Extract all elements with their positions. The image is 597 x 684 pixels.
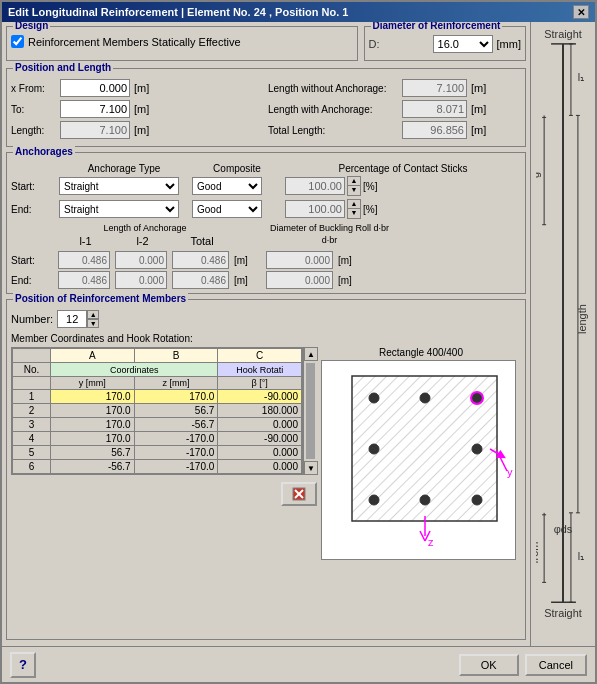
start-type-select[interactable]: Straight Hook Loop (59, 177, 179, 195)
number-up-btn[interactable]: ▲ (87, 310, 99, 319)
help-button[interactable]: ? (10, 652, 36, 678)
svg-point-13 (472, 495, 482, 505)
table-row[interactable]: 5 56.7 -170.0 0.000 (13, 446, 302, 460)
table-row[interactable]: 1 170.0 170.0 -90.000 (13, 390, 302, 404)
end-type-select[interactable]: Straight Hook Loop (59, 200, 179, 218)
col-c-header: C (218, 349, 302, 363)
right-panel: Straight l₁ g (530, 22, 595, 646)
start-contact-down[interactable]: ▼ (348, 186, 360, 195)
end-contact-input (285, 200, 345, 218)
end-contact-spinner[interactable]: ▲ ▼ (347, 199, 361, 219)
buckling-header: Diameter of Buckling Roll d·br (266, 223, 393, 233)
position-length-title: Position and Length (13, 62, 113, 73)
members-content: A B C No. Coordinates Hook Rotati (11, 347, 521, 560)
table-row[interactable]: 2 170.0 56.7 180.000 (13, 404, 302, 418)
diameter-unit: [mm] (497, 38, 521, 50)
total-input (402, 121, 467, 139)
scroll-thumb[interactable] (306, 363, 315, 459)
start-contact-up[interactable]: ▲ (348, 177, 360, 186)
l2-header: l-2 (115, 235, 170, 247)
right-diagram-svg: Straight l₁ g (536, 26, 591, 642)
end-length-label: End: (11, 275, 56, 286)
diameter-select[interactable]: 16.0 8.0 10.0 12.0 14.0 20.0 (433, 35, 493, 53)
start-length-label: Start: (11, 255, 56, 266)
beta-header: β [°] (218, 377, 302, 390)
ok-button[interactable]: OK (459, 654, 519, 676)
table-wrapper: A B C No. Coordinates Hook Rotati (11, 347, 317, 475)
title-bar: Edit Longitudinal Reinforcement | Elemen… (2, 2, 595, 22)
end-dbr-input (266, 271, 333, 289)
empty-subheader (13, 377, 51, 390)
bottom-right: OK Cancel (459, 654, 587, 676)
contact-header: Percentage of Contact Sticks (285, 163, 521, 174)
start-composite-select[interactable]: Good Poor (192, 177, 262, 195)
close-button[interactable]: ✕ (573, 5, 589, 19)
no-subheader: No. (13, 363, 51, 377)
end-composite-select[interactable]: Good Poor (192, 200, 262, 218)
anc-start-row: Start: Straight Hook Loop Good Poor ▲ (11, 176, 521, 196)
bottom-bar: ? OK Cancel (2, 646, 595, 682)
total-row: Total Length: [m] (268, 121, 521, 139)
dbr-label: d·br (266, 235, 393, 247)
start-contact-spinner[interactable]: ▲ ▼ (347, 176, 361, 196)
design-section: Design Reinforcement Members Statically … (6, 26, 358, 61)
table-row[interactable]: 3 170.0 -56.7 0.000 (13, 418, 302, 432)
delete-icon (291, 486, 307, 502)
to-row: To: [m] (11, 100, 264, 118)
right-fields: Length without Anchorage: [m] Length wit… (268, 79, 521, 142)
cross-section-svg: y z (322, 361, 516, 556)
svg-text:l₁: l₁ (577, 550, 583, 562)
length-subheader: l-1 l-2 Total d·br (11, 235, 521, 249)
end-m: [m] (234, 275, 264, 286)
number-down-btn[interactable]: ▼ (87, 319, 99, 328)
anchorages-section: Anchorages Anchorage Type Composite Perc… (6, 152, 526, 294)
to-input[interactable] (60, 100, 130, 118)
start-m: [m] (234, 255, 264, 266)
reinforcement-checkbox-row: Reinforcement Members Statically Effecti… (11, 35, 353, 48)
diameter-section: Diameter of Reinforcement D: 16.0 8.0 10… (364, 26, 526, 61)
start-contact-field: ▲ ▼ [%] (285, 176, 521, 196)
number-input[interactable] (57, 310, 87, 328)
col-b-header: B (134, 349, 218, 363)
delete-btn-container (11, 478, 317, 506)
number-spinner[interactable]: ▲ ▼ (57, 310, 99, 328)
table-row[interactable]: 6 -56.7 -170.0 0.000 (13, 460, 302, 474)
table-scrollbar[interactable]: ▲ ▼ (303, 347, 317, 475)
reinforcement-checkbox[interactable] (11, 35, 24, 48)
anchorages-title: Anchorages (13, 146, 75, 157)
svg-text:y: y (507, 466, 513, 478)
delete-button[interactable] (281, 482, 317, 506)
total-unit: [m] (471, 124, 486, 136)
l1-header: l-1 (58, 235, 113, 247)
table-body: 1 170.0 170.0 -90.000 2 170.0 56.7 180.0… (13, 390, 302, 474)
without-input (402, 79, 467, 97)
svg-point-9 (369, 444, 379, 454)
start-dbr-input (266, 251, 333, 269)
scroll-up-btn[interactable]: ▲ (304, 347, 318, 361)
end-contact-field: ▲ ▼ [%] (285, 199, 521, 219)
number-spinner-buttons[interactable]: ▲ ▼ (87, 310, 99, 328)
end-l2-input (115, 271, 167, 289)
cancel-button[interactable]: Cancel (525, 654, 587, 676)
position-length-section: Position and Length x From: [m] To: [m] (6, 68, 526, 147)
svg-point-8 (472, 393, 482, 403)
without-unit: [m] (471, 82, 486, 94)
col-a-header: A (51, 349, 135, 363)
cross-section-diagram: y z (321, 360, 516, 560)
anc-end-row: End: Straight Hook Loop Good Poor ▲ (11, 199, 521, 219)
xfrom-input[interactable] (60, 79, 130, 97)
col-no-header (13, 349, 51, 363)
number-row: Number: ▲ ▼ (11, 310, 521, 328)
length-row: Length: [m] (11, 121, 264, 139)
scroll-down-btn[interactable]: ▼ (304, 461, 318, 475)
end-contact-up[interactable]: ▲ (348, 200, 360, 209)
svg-point-10 (369, 495, 379, 505)
reinforcement-label: Reinforcement Members Statically Effecti… (28, 36, 241, 48)
length-label: Length: (11, 125, 56, 136)
table-row[interactable]: 4 170.0 -170.0 -90.000 (13, 432, 302, 446)
end-contact-down[interactable]: ▼ (348, 209, 360, 218)
svg-line-16 (497, 451, 507, 471)
end-contact-unit: [%] (363, 204, 377, 215)
length-unit: [m] (134, 124, 149, 136)
xfrom-label: x From: (11, 83, 56, 94)
